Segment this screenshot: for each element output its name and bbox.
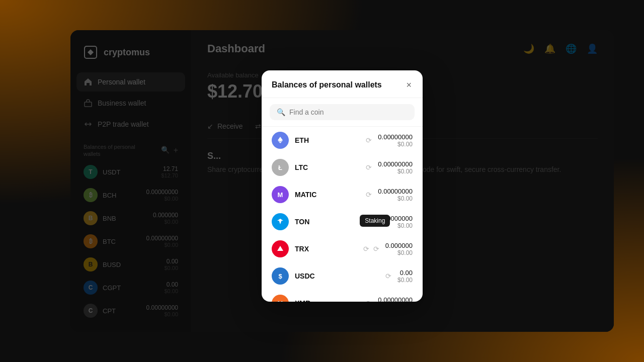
eth-icon [272, 132, 289, 149]
matic-refresh-icon[interactable]: ⟳ [366, 191, 372, 199]
trx-actions: ⟳ ⟳ [363, 245, 379, 253]
matic-icon: M [272, 186, 289, 203]
eth-balance: 0.00000000 $0.00 [378, 133, 413, 148]
modal-coin-ton[interactable]: TON ⟳ Staking 0.00000000 $0.00 [262, 208, 423, 235]
usdc-balance: 0.00 $0.00 [397, 269, 413, 284]
svg-marker-2 [277, 246, 283, 251]
usdc-actions: ⟳ [385, 272, 391, 280]
trx-staking-icon[interactable]: ⟳ [373, 245, 379, 253]
search-icon: 🔍 [277, 108, 285, 116]
modal-title: Balances of personal wallets [272, 80, 382, 89]
ton-name: TON [295, 218, 366, 226]
xmr-name: XMR [295, 299, 366, 302]
modal-search-area: 🔍 [262, 98, 423, 127]
modal-coin-xmr[interactable]: M XMR ⟳ 0.00000000 $0.00 [262, 290, 423, 302]
modal-coin-list: ETH ⟳ 0.00000000 $0.00 Ł LTC ⟳ 0.0000000… [262, 127, 423, 302]
matic-balance: 0.00000000 $0.00 [378, 188, 413, 202]
trx-balance: 0.000000 $0.00 [385, 242, 413, 256]
xmr-actions: ⟳ [366, 299, 372, 302]
trx-refresh-icon[interactable]: ⟳ [363, 245, 369, 253]
matic-actions: ⟳ [366, 191, 372, 199]
ltc-refresh-icon[interactable]: ⟳ [366, 163, 372, 171]
search-wrap[interactable]: 🔍 [270, 104, 415, 120]
eth-name: ETH [295, 136, 366, 144]
modal-coin-eth[interactable]: ETH ⟳ 0.00000000 $0.00 [262, 127, 423, 154]
ton-actions: ⟳ Staking [366, 218, 372, 226]
modal-close-button[interactable]: × [405, 79, 413, 90]
modal-overlay[interactable]: Balances of personal wallets × 🔍 ETH ⟳ 0… [0, 0, 644, 362]
ltc-actions: ⟳ [366, 163, 372, 171]
ton-icon [272, 213, 289, 230]
modal-coin-ltc[interactable]: Ł LTC ⟳ 0.00000000 $0.00 [262, 154, 423, 181]
modal-coin-usdc[interactable]: $ USDC ⟳ 0.00 $0.00 [262, 262, 423, 290]
modal-coin-matic[interactable]: M MATIC ⟳ 0.00000000 $0.00 [262, 181, 423, 208]
search-input[interactable] [289, 108, 408, 116]
eth-refresh-icon[interactable]: ⟳ [366, 136, 372, 144]
balances-modal: Balances of personal wallets × 🔍 ETH ⟳ 0… [262, 70, 423, 302]
usdc-name: USDC [295, 272, 385, 280]
staking-tooltip: Staking [360, 215, 390, 227]
ltc-balance: 0.00000000 $0.00 [378, 160, 413, 175]
xmr-icon: M [272, 295, 289, 302]
modal-header: Balances of personal wallets × [262, 70, 423, 98]
usdc-refresh-icon[interactable]: ⟳ [385, 272, 391, 280]
trx-name: TRX [295, 245, 363, 253]
matic-name: MATIC [295, 191, 366, 199]
ltc-name: LTC [295, 163, 366, 171]
xmr-balance: 0.00000000 $0.00 [378, 296, 413, 302]
usdc-icon: $ [272, 267, 289, 285]
eth-actions: ⟳ [366, 136, 372, 144]
trx-icon [272, 240, 289, 257]
modal-coin-trx[interactable]: TRX ⟳ ⟳ 0.000000 $0.00 [262, 235, 423, 262]
xmr-refresh-icon[interactable]: ⟳ [366, 299, 372, 302]
ltc-icon: Ł [272, 159, 289, 176]
